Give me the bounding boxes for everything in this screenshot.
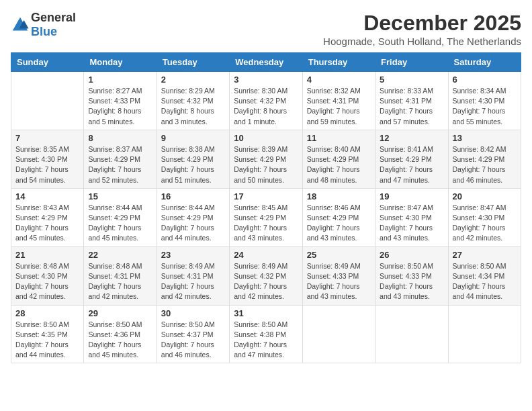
day-info: Sunrise: 8:49 AMSunset: 4:32 PMDaylight:… (234, 261, 298, 302)
day-info: Sunrise: 8:37 AMSunset: 4:29 PMDaylight:… (88, 144, 152, 185)
day-number: 31 (234, 308, 298, 318)
day-number: 16 (161, 191, 225, 201)
day-cell: 28Sunrise: 8:50 AMSunset: 4:35 PMDayligh… (11, 305, 84, 363)
day-cell: 15Sunrise: 8:44 AMSunset: 4:29 PMDayligh… (84, 188, 157, 246)
day-number: 5 (380, 75, 443, 85)
day-cell: 8Sunrise: 8:37 AMSunset: 4:29 PMDaylight… (84, 130, 157, 188)
day-number: 13 (453, 133, 517, 143)
day-cell: 30Sunrise: 8:50 AMSunset: 4:37 PMDayligh… (157, 305, 229, 363)
day-info: Sunrise: 8:33 AMSunset: 4:31 PMDaylight:… (380, 86, 443, 127)
day-info: Sunrise: 8:30 AMSunset: 4:32 PMDaylight:… (234, 86, 298, 127)
col-header-thursday: Thursday (302, 53, 375, 72)
day-info: Sunrise: 8:50 AMSunset: 4:33 PMDaylight:… (380, 261, 443, 302)
day-number: 3 (234, 75, 298, 85)
day-number: 10 (234, 133, 298, 143)
col-header-monday: Monday (84, 53, 157, 72)
day-cell: 9Sunrise: 8:38 AMSunset: 4:29 PMDaylight… (157, 130, 229, 188)
day-number: 9 (161, 133, 225, 143)
day-cell: 19Sunrise: 8:47 AMSunset: 4:30 PMDayligh… (375, 188, 448, 246)
day-cell: 17Sunrise: 8:45 AMSunset: 4:29 PMDayligh… (230, 188, 302, 246)
day-cell: 2Sunrise: 8:29 AMSunset: 4:32 PMDaylight… (157, 72, 229, 130)
day-number: 24 (234, 250, 298, 260)
day-info: Sunrise: 8:39 AMSunset: 4:29 PMDaylight:… (234, 144, 298, 185)
day-number: 23 (161, 250, 225, 260)
day-cell (448, 305, 521, 363)
week-row-1: 7Sunrise: 8:35 AMSunset: 4:30 PMDaylight… (11, 130, 521, 188)
day-cell: 22Sunrise: 8:48 AMSunset: 4:31 PMDayligh… (84, 246, 157, 305)
day-number: 4 (307, 75, 371, 85)
day-cell: 3Sunrise: 8:30 AMSunset: 4:32 PMDaylight… (230, 72, 302, 130)
day-info: Sunrise: 8:34 AMSunset: 4:30 PMDaylight:… (453, 86, 517, 127)
day-cell: 11Sunrise: 8:40 AMSunset: 4:29 PMDayligh… (302, 130, 375, 188)
logo: General Blue (11, 11, 76, 39)
week-row-4: 28Sunrise: 8:50 AMSunset: 4:35 PMDayligh… (11, 305, 521, 363)
day-info: Sunrise: 8:48 AMSunset: 4:30 PMDaylight:… (15, 261, 79, 302)
logo-icon (11, 15, 30, 34)
logo-blue-text: Blue (31, 25, 57, 38)
day-number: 26 (380, 250, 443, 260)
day-number: 28 (15, 308, 79, 318)
week-row-0: 1Sunrise: 8:27 AMSunset: 4:33 PMDaylight… (11, 72, 521, 130)
day-info: Sunrise: 8:44 AMSunset: 4:29 PMDaylight:… (88, 203, 152, 244)
day-info: Sunrise: 8:43 AMSunset: 4:29 PMDaylight:… (15, 203, 79, 244)
day-cell: 23Sunrise: 8:49 AMSunset: 4:31 PMDayligh… (157, 246, 229, 305)
day-info: Sunrise: 8:47 AMSunset: 4:30 PMDaylight:… (453, 203, 517, 244)
day-info: Sunrise: 8:49 AMSunset: 4:33 PMDaylight:… (307, 261, 371, 302)
day-cell: 18Sunrise: 8:46 AMSunset: 4:29 PMDayligh… (302, 188, 375, 246)
day-number: 18 (307, 191, 371, 201)
logo-general-text: General (31, 11, 76, 24)
day-header-row: SundayMondayTuesdayWednesdayThursdayFrid… (11, 53, 521, 72)
day-cell: 21Sunrise: 8:48 AMSunset: 4:30 PMDayligh… (11, 246, 84, 305)
day-number: 22 (88, 250, 152, 260)
day-cell: 1Sunrise: 8:27 AMSunset: 4:33 PMDaylight… (84, 72, 157, 130)
day-cell: 7Sunrise: 8:35 AMSunset: 4:30 PMDaylight… (11, 130, 84, 188)
day-cell: 29Sunrise: 8:50 AMSunset: 4:36 PMDayligh… (84, 305, 157, 363)
day-cell: 31Sunrise: 8:50 AMSunset: 4:38 PMDayligh… (230, 305, 302, 363)
day-info: Sunrise: 8:49 AMSunset: 4:31 PMDaylight:… (161, 261, 225, 302)
day-info: Sunrise: 8:47 AMSunset: 4:30 PMDaylight:… (380, 203, 443, 244)
day-number: 2 (161, 75, 225, 85)
day-number: 17 (234, 191, 298, 201)
day-cell (375, 305, 448, 363)
day-info: Sunrise: 8:48 AMSunset: 4:31 PMDaylight:… (88, 261, 152, 302)
day-number: 11 (307, 133, 371, 143)
day-number: 15 (88, 191, 152, 201)
day-info: Sunrise: 8:40 AMSunset: 4:29 PMDaylight:… (307, 144, 371, 185)
day-number: 20 (453, 191, 517, 201)
day-number: 12 (380, 133, 443, 143)
day-number: 8 (88, 133, 152, 143)
day-number: 30 (161, 308, 225, 318)
day-info: Sunrise: 8:38 AMSunset: 4:29 PMDaylight:… (161, 144, 225, 185)
day-info: Sunrise: 8:50 AMSunset: 4:37 PMDaylight:… (161, 320, 225, 361)
day-cell (11, 72, 84, 130)
day-cell: 13Sunrise: 8:42 AMSunset: 4:29 PMDayligh… (448, 130, 521, 188)
col-header-tuesday: Tuesday (157, 53, 229, 72)
day-info: Sunrise: 8:32 AMSunset: 4:31 PMDaylight:… (307, 86, 371, 127)
col-header-friday: Friday (375, 53, 448, 72)
day-cell (302, 305, 375, 363)
day-cell: 6Sunrise: 8:34 AMSunset: 4:30 PMDaylight… (448, 72, 521, 130)
page-header: General Blue December 2025 Hoogmade, Sou… (11, 11, 521, 47)
day-cell: 12Sunrise: 8:41 AMSunset: 4:29 PMDayligh… (375, 130, 448, 188)
day-number: 14 (15, 191, 79, 201)
month-title: December 2025 (323, 11, 521, 36)
day-info: Sunrise: 8:44 AMSunset: 4:29 PMDaylight:… (161, 203, 225, 244)
day-number: 1 (88, 75, 152, 85)
col-header-sunday: Sunday (11, 53, 84, 72)
day-number: 27 (453, 250, 517, 260)
day-info: Sunrise: 8:45 AMSunset: 4:29 PMDaylight:… (234, 203, 298, 244)
day-cell: 20Sunrise: 8:47 AMSunset: 4:30 PMDayligh… (448, 188, 521, 246)
day-number: 25 (307, 250, 371, 260)
day-info: Sunrise: 8:50 AMSunset: 4:35 PMDaylight:… (15, 320, 79, 361)
day-number: 19 (380, 191, 443, 201)
day-info: Sunrise: 8:50 AMSunset: 4:38 PMDaylight:… (234, 320, 298, 361)
day-info: Sunrise: 8:50 AMSunset: 4:36 PMDaylight:… (88, 320, 152, 361)
title-area: December 2025 Hoogmade, South Holland, T… (323, 11, 521, 47)
day-info: Sunrise: 8:41 AMSunset: 4:29 PMDaylight:… (380, 144, 443, 185)
day-cell: 4Sunrise: 8:32 AMSunset: 4:31 PMDaylight… (302, 72, 375, 130)
day-number: 21 (15, 250, 79, 260)
week-row-2: 14Sunrise: 8:43 AMSunset: 4:29 PMDayligh… (11, 188, 521, 246)
day-number: 7 (15, 133, 79, 143)
col-header-saturday: Saturday (448, 53, 521, 72)
day-info: Sunrise: 8:46 AMSunset: 4:29 PMDaylight:… (307, 203, 371, 244)
